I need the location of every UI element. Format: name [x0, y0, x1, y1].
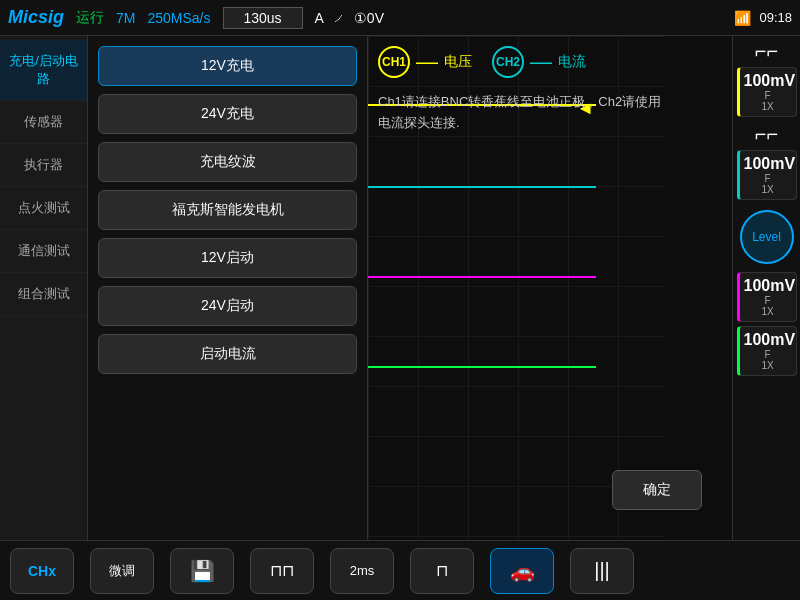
- ch2-name: 电流: [558, 53, 586, 71]
- wifi-icon: 📶: [734, 10, 751, 26]
- ch4-indicator[interactable]: 100mV F 1X: [737, 326, 797, 376]
- panel-btn-3[interactable]: 福克斯智能发电机: [98, 190, 357, 230]
- ch1-circle: CH1: [378, 46, 410, 78]
- level-button[interactable]: Level: [740, 210, 794, 264]
- panel-btn-2[interactable]: 充电纹波: [98, 142, 357, 182]
- sq-icon-2: ⌐⌐: [755, 123, 778, 146]
- ch1-probe: 1X: [744, 101, 792, 112]
- ch4-probe: 1X: [744, 360, 792, 371]
- ch2-coupling: F: [744, 173, 792, 184]
- channel-labels: CH1 — 电压 CH2 — 电流: [378, 46, 722, 78]
- top-bar: Micsig 运行 7M 250MSa/s 130us A ⟋ ①0V 📶 09…: [0, 0, 800, 36]
- panel-btn-4[interactable]: 12V启动: [98, 238, 357, 278]
- panel-btn-1[interactable]: 24V充电: [98, 94, 357, 134]
- ch1-name: 电压: [444, 53, 472, 71]
- top-right-area: 📶 09:18: [734, 10, 792, 26]
- sq1-icon: ⊓⊓: [270, 561, 294, 580]
- sidebar-item-3[interactable]: 点火测试: [0, 187, 87, 230]
- sidebar-item-5[interactable]: 组合测试: [0, 273, 87, 316]
- bottom-btn-car[interactable]: 🚗: [490, 548, 554, 594]
- panel-btn-0[interactable]: 12V充电: [98, 46, 357, 86]
- bottom-btn-chx[interactable]: CHx: [10, 548, 74, 594]
- sidebar-item-0[interactable]: 充电/启动电路: [0, 40, 87, 101]
- channel-count: 7M: [116, 10, 135, 26]
- content-area: CH1 — 电压 CH2 — 电流 Ch1请连接BNC转香蕉线至电池正极，Ch2…: [368, 36, 732, 540]
- ch4-coupling: F: [744, 349, 792, 360]
- bottom-btn-sq2[interactable]: ⊓: [410, 548, 474, 594]
- car-icon: 🚗: [510, 559, 535, 583]
- panel-area: 12V充电24V充电充电纹波福克斯智能发电机12V启动24V启动启动电流: [88, 36, 368, 540]
- ch1-indicator[interactable]: 100mV F 1X: [737, 67, 797, 117]
- ch2-circle: CH2: [492, 46, 524, 78]
- chx-label: CHx: [28, 563, 56, 579]
- ch3-probe: 1X: [744, 306, 792, 317]
- timebase-2ms: 2ms: [350, 563, 375, 578]
- ch3-coupling: F: [744, 295, 792, 306]
- right-panel: ⌐⌐ 100mV F 1X ⌐⌐ 100mV F 1X Level 100mV …: [732, 36, 800, 540]
- bars-icon: |||: [594, 559, 610, 582]
- ch1-coupling: F: [744, 90, 792, 101]
- bottom-btn-sq1[interactable]: ⊓⊓: [250, 548, 314, 594]
- ch2-indicator[interactable]: 100mV F 1X: [737, 150, 797, 200]
- clock: 09:18: [759, 10, 792, 25]
- bottom-btn-fine[interactable]: 微调: [90, 548, 154, 594]
- trigger-mode: A: [315, 10, 324, 26]
- ch2-line-icon: —: [530, 49, 552, 75]
- instruction-text: Ch1请连接BNC转香蕉线至电池正极，Ch2请使用 电流探头连接.: [378, 92, 722, 134]
- ch3-volts: 100mV: [744, 277, 792, 295]
- panel-btn-6[interactable]: 启动电流: [98, 334, 357, 374]
- ch1-volts: 100mV: [744, 72, 792, 90]
- sq-icon-top: ⌐⌐: [755, 40, 778, 63]
- confirm-button[interactable]: 确定: [612, 470, 702, 510]
- trigger-info: A ⟋ ①0V: [315, 10, 384, 26]
- ch3-indicator[interactable]: 100mV F 1X: [737, 272, 797, 322]
- sample-rate: 250MSa/s: [147, 10, 210, 26]
- ch4-volts: 100mV: [744, 331, 792, 349]
- panel-btn-5[interactable]: 24V启动: [98, 286, 357, 326]
- trigger-level: ①0V: [354, 10, 384, 26]
- sq2-icon: ⊓: [436, 561, 448, 580]
- bottom-btn-bars[interactable]: |||: [570, 548, 634, 594]
- bottom-bar: CHx微调💾⊓⊓2ms⊓🚗|||: [0, 540, 800, 600]
- ch2-volts: 100mV: [744, 155, 792, 173]
- bottom-btn-time2ms[interactable]: 2ms: [330, 548, 394, 594]
- ch1-badge: CH1 — 电压: [378, 46, 472, 78]
- sidebar-item-2[interactable]: 执行器: [0, 144, 87, 187]
- ch1-line-icon: —: [416, 49, 438, 75]
- save-icon: 💾: [190, 559, 215, 583]
- fine-label: 微调: [109, 562, 135, 580]
- sidebar-item-1[interactable]: 传感器: [0, 101, 87, 144]
- timebase-display[interactable]: 130us: [223, 7, 303, 29]
- run-status: 运行: [76, 9, 104, 27]
- ch2-badge: CH2 — 电流: [492, 46, 586, 78]
- trigger-edge-icon: ⟋: [332, 10, 346, 26]
- main-area: 充电/启动电路传感器执行器点火测试通信测试组合测试 12V充电24V充电充电纹波…: [0, 36, 800, 540]
- sidebar: 充电/启动电路传感器执行器点火测试通信测试组合测试: [0, 36, 88, 540]
- bottom-btn-save[interactable]: 💾: [170, 548, 234, 594]
- level-label: Level: [752, 230, 781, 244]
- ch2-probe: 1X: [744, 184, 792, 195]
- logo: Micsig: [8, 7, 64, 28]
- sidebar-item-4[interactable]: 通信测试: [0, 230, 87, 273]
